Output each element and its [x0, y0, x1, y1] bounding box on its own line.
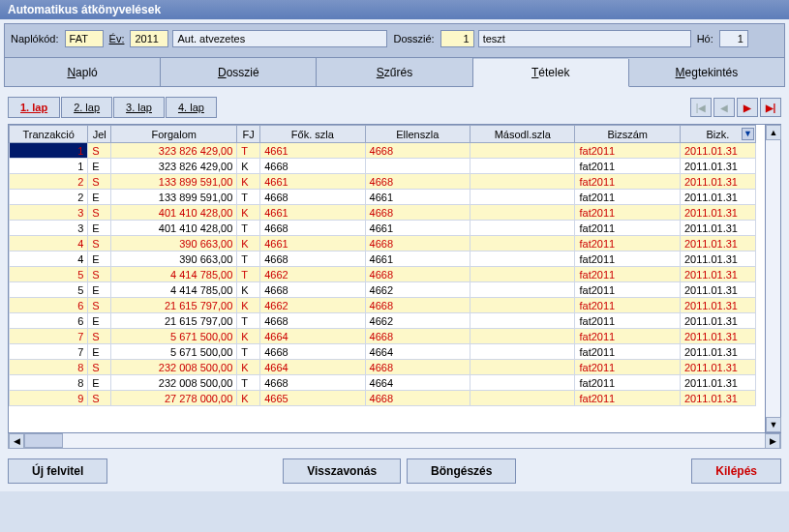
cell[interactable]: 4: [10, 251, 88, 267]
cell[interactable]: fat2011: [575, 391, 680, 406]
cell[interactable]: 5 671 500,00: [111, 344, 237, 360]
cell[interactable]: 323 826 429,00: [111, 159, 237, 174]
cell[interactable]: fat2011: [575, 360, 680, 375]
tab-megtekintés[interactable]: Megtekintés: [629, 58, 784, 86]
cell[interactable]: T: [237, 375, 260, 391]
cell[interactable]: 2: [10, 190, 88, 205]
cell[interactable]: 6: [10, 313, 88, 329]
table-row[interactable]: 8S232 008 500,00K46644668fat20112011.01.…: [10, 360, 756, 375]
table-row[interactable]: 4E390 663,00T46684661fat20112011.01.31: [10, 251, 756, 267]
cell[interactable]: 4 414 785,00: [111, 282, 237, 298]
cell[interactable]: E: [88, 251, 111, 267]
cell[interactable]: [470, 298, 575, 313]
cell[interactable]: 2011.01.31: [680, 267, 755, 282]
cell[interactable]: [470, 251, 575, 267]
table-row[interactable]: 1E323 826 429,00K4668fat20112011.01.31: [10, 159, 756, 174]
cell[interactable]: [470, 282, 575, 298]
scroll-down-button[interactable]: ▼: [766, 417, 781, 432]
col-header-2[interactable]: Forgalom: [111, 126, 237, 143]
naplokod-input[interactable]: [65, 30, 104, 47]
table-row[interactable]: 8E232 008 500,00T46684664fat20112011.01.…: [10, 375, 756, 391]
subtab-2[interactable]: 2. lap: [61, 97, 112, 118]
cell[interactable]: 5: [10, 267, 88, 282]
cell[interactable]: 4668: [365, 205, 470, 221]
cell[interactable]: 2011.01.31: [680, 360, 755, 375]
cell[interactable]: 401 410 428,00: [111, 221, 237, 236]
hscroll-thumb[interactable]: [24, 433, 63, 448]
cell[interactable]: 232 008 500,00: [111, 375, 237, 391]
table-row[interactable]: 9S27 278 000,00K46654668fat20112011.01.3…: [10, 391, 756, 406]
cell[interactable]: 2: [10, 174, 88, 190]
cell[interactable]: T: [237, 221, 260, 236]
tab-dosszié[interactable]: Dosszié: [161, 58, 317, 86]
cell[interactable]: fat2011: [575, 267, 680, 282]
table-row[interactable]: 6E21 615 797,00T46684662fat20112011.01.3…: [10, 313, 756, 329]
cell[interactable]: 2011.01.31: [680, 375, 755, 391]
cell[interactable]: 3: [10, 221, 88, 236]
cell[interactable]: 9: [10, 391, 88, 406]
cell[interactable]: 323 826 429,00: [111, 143, 237, 159]
cell[interactable]: 4662: [260, 267, 365, 282]
cell[interactable]: 390 663,00: [111, 236, 237, 251]
cell[interactable]: 232 008 500,00: [111, 360, 237, 375]
cell[interactable]: [470, 159, 575, 174]
cell[interactable]: 4661: [260, 174, 365, 190]
cell[interactable]: E: [88, 159, 111, 174]
cell[interactable]: K: [237, 360, 260, 375]
cell[interactable]: [470, 190, 575, 205]
cell[interactable]: E: [88, 221, 111, 236]
cell[interactable]: S: [88, 205, 111, 221]
cell[interactable]: 27 278 000,00: [111, 391, 237, 406]
cell[interactable]: 4668: [260, 190, 365, 205]
col-header-8[interactable]: Bizk.▼: [680, 126, 755, 143]
tab-napló[interactable]: Napló: [5, 58, 161, 86]
col-header-7[interactable]: Bizszám: [575, 126, 680, 143]
cell[interactable]: 3: [10, 205, 88, 221]
cell[interactable]: fat2011: [575, 159, 680, 174]
hscroll-track[interactable]: [24, 433, 765, 448]
col-header-0[interactable]: Tranzakció: [10, 126, 88, 143]
cell[interactable]: 4668: [365, 143, 470, 159]
cell[interactable]: K: [237, 159, 260, 174]
col-header-1[interactable]: Jel: [88, 126, 111, 143]
table-row[interactable]: 1S323 826 429,00T46614668fat20112011.01.…: [10, 143, 756, 159]
cell[interactable]: 4662: [365, 313, 470, 329]
table-row[interactable]: 3S401 410 428,00K46614668fat20112011.01.…: [10, 205, 756, 221]
cell[interactable]: 2011.01.31: [680, 344, 755, 360]
cell[interactable]: 6: [10, 298, 88, 313]
cell[interactable]: 5: [10, 282, 88, 298]
cell[interactable]: E: [88, 375, 111, 391]
cell[interactable]: fat2011: [575, 190, 680, 205]
cell[interactable]: 2011.01.31: [680, 298, 755, 313]
tab-tételek[interactable]: Tételek: [473, 59, 629, 87]
cell[interactable]: 133 899 591,00: [111, 190, 237, 205]
cell[interactable]: 2011.01.31: [680, 190, 755, 205]
col-header-4[interactable]: Fők. szla: [260, 126, 365, 143]
cell[interactable]: E: [88, 313, 111, 329]
cell[interactable]: 4661: [365, 190, 470, 205]
cell[interactable]: K: [237, 329, 260, 344]
cell[interactable]: fat2011: [575, 251, 680, 267]
cell[interactable]: fat2011: [575, 282, 680, 298]
cell[interactable]: 4664: [260, 329, 365, 344]
cell[interactable]: 4668: [365, 391, 470, 406]
table-row[interactable]: 4S390 663,00K46614668fat20112011.01.31: [10, 236, 756, 251]
cell[interactable]: 4668: [365, 236, 470, 251]
cell[interactable]: 4668: [260, 282, 365, 298]
cell[interactable]: [470, 375, 575, 391]
cell[interactable]: 4668: [260, 375, 365, 391]
cell[interactable]: 7: [10, 344, 88, 360]
table-row[interactable]: 7S5 671 500,00K46644668fat20112011.01.31: [10, 329, 756, 344]
cell[interactable]: 2011.01.31: [680, 251, 755, 267]
cell[interactable]: [470, 329, 575, 344]
cell[interactable]: 4668: [260, 221, 365, 236]
cell[interactable]: T: [237, 267, 260, 282]
cell[interactable]: 4661: [260, 236, 365, 251]
cell[interactable]: [365, 159, 470, 174]
cell[interactable]: 390 663,00: [111, 251, 237, 267]
cell[interactable]: fat2011: [575, 313, 680, 329]
cell[interactable]: 4668: [260, 344, 365, 360]
nav-first-button[interactable]: |◀: [690, 98, 712, 117]
cell[interactable]: fat2011: [575, 205, 680, 221]
cell[interactable]: 133 899 591,00: [111, 174, 237, 190]
